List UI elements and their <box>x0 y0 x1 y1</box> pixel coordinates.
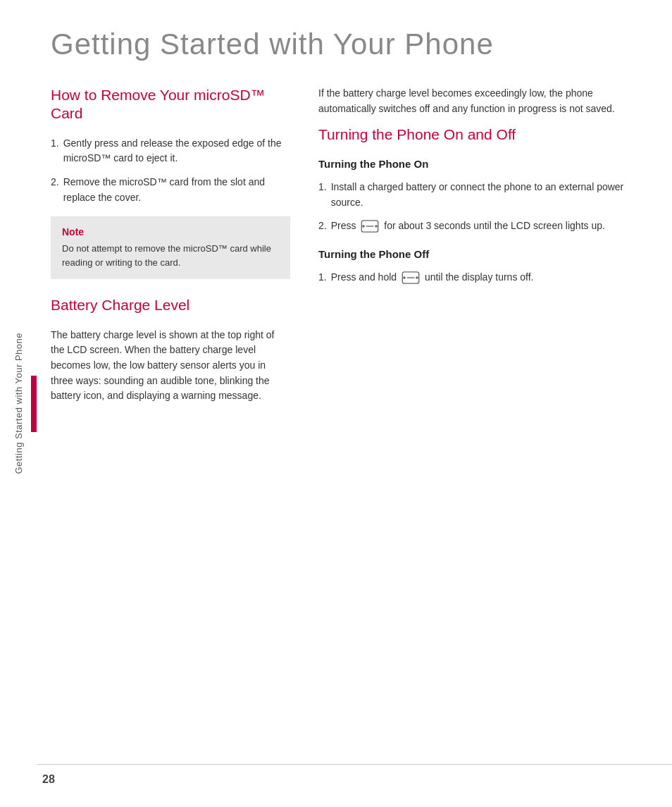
turning-off-steps: 1. Press and hold until the display turn… <box>318 270 644 285</box>
list-item: 1. Press and hold until the display turn… <box>318 270 644 285</box>
turning-on-off-heading: Turning the Phone On and Off <box>318 125 644 144</box>
list-item: 2. Remove the microSD™ card from the slo… <box>51 175 290 205</box>
step-text: Press for about 3 seconds until the LCD … <box>331 218 605 234</box>
remove-microsd-heading: How to Remove Your microSD™ Card <box>51 86 290 123</box>
svg-point-6 <box>403 276 406 279</box>
list-item: 2. Press for about 3 seconds until the L… <box>318 218 644 234</box>
phone-icon <box>361 220 379 233</box>
step-number: 2. <box>318 218 327 234</box>
note-box: Note Do not attempt to remove the microS… <box>51 216 290 279</box>
step-text: Gently press and release the exposed edg… <box>63 136 290 166</box>
main-content: Getting Started with Your Phone How to R… <box>37 0 672 807</box>
turning-on-steps: 1. Install a charged battery or connect … <box>318 180 644 234</box>
step-number: 1. <box>318 270 327 285</box>
battery-warning-text: If the battery charge level becomes exce… <box>318 86 644 116</box>
turning-on-subheading: Turning the Phone On <box>318 158 644 170</box>
step-text: Install a charged battery or connect the… <box>331 180 644 210</box>
sidebar-accent <box>31 376 37 432</box>
step-text: Remove the microSD™ card from the slot a… <box>63 175 290 205</box>
list-item: 1. Gently press and release the exposed … <box>51 136 290 166</box>
sidebar-label: Getting Started with Your Phone <box>13 333 24 474</box>
note-heading: Note <box>62 226 279 238</box>
page-title: Getting Started with Your Phone <box>51 28 644 61</box>
step-text-before: Press <box>331 220 356 231</box>
phone-icon <box>402 271 420 284</box>
step-text: Press and hold until the display turns o… <box>331 270 534 285</box>
left-column: How to Remove Your microSD™ Card 1. Gent… <box>51 86 290 779</box>
battery-charge-heading: Battery Charge Level <box>51 296 290 314</box>
sidebar: Getting Started with Your Phone <box>0 0 37 807</box>
step-text-after: until the display turns off. <box>425 271 534 283</box>
battery-charge-body: The battery charge level is shown at the… <box>51 328 290 404</box>
svg-point-3 <box>375 226 378 228</box>
step-number: 1. <box>51 136 59 166</box>
turning-off-subheading: Turning the Phone Off <box>318 248 644 260</box>
note-text: Do not attempt to remove the microSD™ ca… <box>62 242 279 269</box>
svg-point-2 <box>363 226 366 228</box>
remove-microsd-steps: 1. Gently press and release the exposed … <box>51 136 290 206</box>
bottom-rule <box>37 764 672 765</box>
step-text-before: Press and hold <box>331 271 397 283</box>
page-container: Getting Started with Your Phone Getting … <box>0 0 672 807</box>
right-column: If the battery charge level becomes exce… <box>318 86 644 779</box>
step-number: 2. <box>51 175 59 205</box>
two-column-layout: How to Remove Your microSD™ Card 1. Gent… <box>51 86 644 779</box>
page-number: 28 <box>42 773 55 786</box>
step-text-after: for about 3 seconds until the LCD screen… <box>384 220 605 231</box>
svg-point-7 <box>416 276 418 279</box>
list-item: 1. Install a charged battery or connect … <box>318 180 644 210</box>
step-number: 1. <box>318 180 327 210</box>
